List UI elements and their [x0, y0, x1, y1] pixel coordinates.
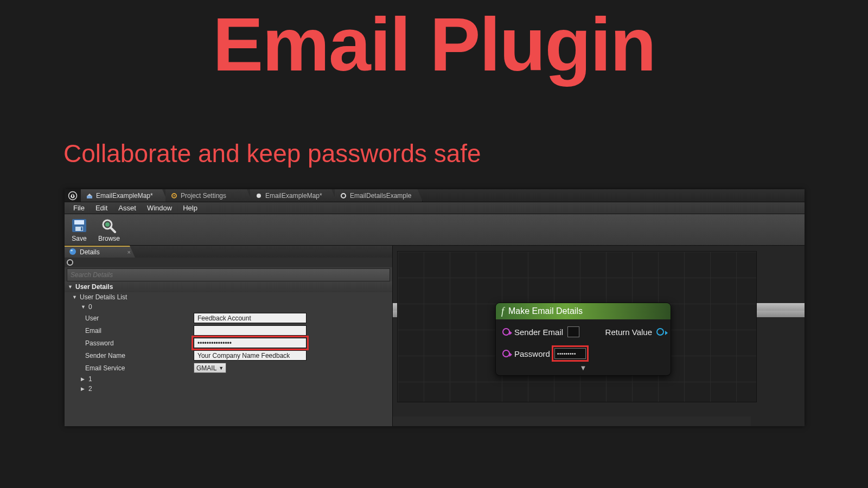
pin-input-icon	[502, 350, 510, 357]
pin-label: Return Value	[605, 328, 652, 337]
prop-user: User Feedback Account	[85, 312, 392, 324]
search-details-row	[67, 268, 390, 281]
editor-window: EmailExampleMap* Project Settings EmailE…	[65, 189, 805, 426]
combo-value: GMAIL	[196, 364, 216, 372]
prop-sender-field[interactable]: Your Company Name Feedback	[194, 350, 307, 361]
prop-password: Password •••••••••••••••	[85, 337, 392, 349]
node-inputs: Sender Email Password •••••••••	[502, 325, 586, 361]
tab-project-settings[interactable]: Project Settings	[165, 189, 252, 202]
chevron-down-icon	[68, 284, 73, 290]
toolbar: Save Browse	[65, 214, 805, 246]
property-grid: User Feedback Account Email Password •••…	[65, 312, 392, 374]
chevron-right-icon	[81, 376, 86, 382]
prop-service-combo[interactable]: GMAIL ▼	[194, 363, 226, 373]
pin-sender-email[interactable]: Sender Email	[502, 325, 586, 339]
prop-service-label: Email Service	[85, 364, 194, 372]
ring-icon	[340, 192, 347, 199]
menu-edit[interactable]: Edit	[91, 203, 112, 213]
search-details-input[interactable]	[71, 271, 386, 279]
pin-password-input[interactable]: •••••••••	[554, 348, 586, 359]
pin-return-value[interactable]: Return Value	[605, 325, 664, 339]
pin-label: Sender Email	[514, 328, 563, 337]
chevron-down-icon	[72, 294, 78, 300]
browse-button[interactable]: Browse	[98, 217, 120, 242]
details-tab[interactable]: Details ×	[65, 246, 135, 258]
pin-password[interactable]: Password •••••••••	[502, 346, 586, 361]
svg-point-6	[341, 194, 346, 198]
svg-point-5	[257, 194, 261, 198]
node-outputs: Return Value	[605, 325, 664, 361]
svg-rect-10	[81, 227, 82, 230]
list-label: User Details List	[80, 293, 127, 301]
svg-point-14	[69, 248, 76, 255]
close-icon[interactable]: ×	[127, 249, 131, 255]
details-sphere-icon	[69, 248, 76, 257]
tab-email-example-map[interactable]: EmailExampleMap*	[81, 189, 168, 202]
slide-subtitle: Collaborate and keep passwords safe	[63, 139, 481, 168]
tab-label: Project Settings	[181, 192, 226, 200]
save-button[interactable]: Save	[70, 217, 88, 242]
pin-output-icon	[656, 328, 664, 336]
menu-asset[interactable]: Asset	[114, 203, 141, 213]
svg-rect-1	[87, 196, 92, 198]
prop-email-label: Email	[85, 327, 194, 335]
node-title: Make Email Details	[508, 306, 583, 316]
svg-line-13	[111, 228, 115, 232]
menu-bar: File Edit Asset Window Help	[65, 202, 805, 214]
graph-panel[interactable]: f Make Email Details Sender Email	[393, 246, 805, 426]
chevron-down-icon: ▼	[219, 365, 224, 371]
menu-window[interactable]: Window	[143, 203, 176, 213]
pin-input-icon	[502, 328, 510, 336]
level-icon	[86, 192, 93, 199]
blueprint-graph-grid[interactable]: f Make Email Details Sender Email	[397, 251, 757, 402]
list-item-1[interactable]: 1	[65, 374, 392, 384]
lock-toggle-icon[interactable]	[67, 259, 73, 266]
list-index: 0	[88, 303, 92, 311]
svg-point-0	[69, 191, 77, 200]
svg-marker-2	[87, 194, 92, 196]
node-header: f Make Email Details	[496, 303, 671, 319]
user-details-list[interactable]: User Details List	[65, 292, 392, 302]
menu-file[interactable]: File	[69, 203, 89, 213]
save-label: Save	[72, 235, 86, 242]
svg-point-15	[71, 249, 73, 251]
prop-password-label: Password	[85, 339, 194, 347]
function-icon: f	[501, 306, 504, 317]
tab-email-example-map-2[interactable]: EmailExampleMap*	[250, 189, 337, 202]
svg-point-4	[174, 195, 175, 196]
prop-email-field[interactable]	[194, 325, 307, 336]
save-icon	[70, 217, 88, 234]
pin-sender-email-input[interactable]	[567, 326, 579, 337]
panel-divider[interactable]	[393, 416, 751, 426]
list-index: 2	[88, 385, 92, 393]
details-panel: Details × User Details User Details List	[65, 246, 393, 426]
browse-label: Browse	[98, 235, 120, 242]
prop-sender-label: Sender Name	[85, 352, 194, 359]
chevron-right-icon	[81, 386, 86, 391]
list-index: 1	[88, 375, 92, 383]
chevron-down-icon	[81, 304, 86, 310]
node-make-email-details[interactable]: f Make Email Details Sender Email	[495, 303, 671, 376]
unreal-logo-icon	[65, 189, 81, 202]
svg-rect-8	[74, 220, 84, 224]
section-user-details[interactable]: User Details	[65, 281, 392, 292]
menu-help[interactable]: Help	[178, 203, 202, 213]
prop-email: Email	[85, 324, 392, 337]
prop-password-field[interactable]: •••••••••••••••	[194, 338, 307, 348]
prop-user-field[interactable]: Feedback Account	[194, 313, 307, 323]
lock-row	[65, 258, 392, 267]
list-item-0[interactable]: 0	[65, 302, 392, 312]
prop-email-service: Email Service GMAIL ▼	[85, 362, 392, 374]
tab-label: EmailDetailsExample	[350, 192, 411, 200]
svg-point-12	[105, 222, 110, 227]
node-expand-toggle[interactable]: ▼	[496, 364, 671, 375]
editor-body: Details × User Details User Details List	[65, 246, 805, 426]
list-item-2[interactable]: 2	[65, 384, 392, 394]
slide-title: Email Plugin	[0, 0, 868, 82]
gear-icon	[171, 192, 177, 199]
node-body: Sender Email Password •••••••••	[496, 319, 671, 364]
details-tab-label: Details	[80, 248, 100, 256]
tab-bar: EmailExampleMap* Project Settings EmailE…	[65, 189, 805, 202]
tab-email-details-example[interactable]: EmailDetailsExample	[335, 189, 423, 202]
pin-label: Password	[514, 349, 550, 358]
